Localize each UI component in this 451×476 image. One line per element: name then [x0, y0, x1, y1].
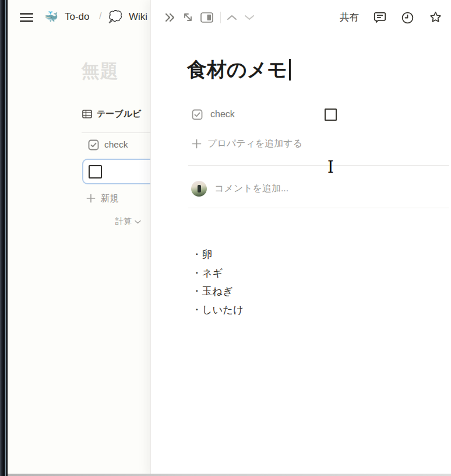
text-caret: [289, 59, 291, 80]
add-comment-input[interactable]: コメントを追加...: [191, 180, 288, 197]
device-frame-edge: [0, 0, 8, 476]
back-page-title-placeholder[interactable]: 無題: [82, 59, 119, 83]
table-column-header[interactable]: check: [88, 138, 128, 152]
window-bottom-edge: [8, 474, 451, 476]
divider: [188, 165, 449, 166]
table-grid-icon: [82, 109, 92, 119]
add-property-button[interactable]: プロパティを追加する: [192, 136, 302, 151]
star-icon[interactable]: [428, 10, 443, 24]
add-property-label: プロパティを追加する: [207, 138, 302, 150]
header-divider: [220, 12, 221, 23]
double-chevron-right-icon[interactable]: [164, 11, 177, 24]
body-line[interactable]: ・しいたけ: [192, 301, 244, 320]
new-row-label: 新規: [101, 192, 119, 205]
calculate-button[interactable]: 計算: [115, 215, 141, 228]
body-line[interactable]: ・玉ねぎ: [192, 282, 244, 301]
checkbox-check-icon: [88, 139, 99, 150]
breadcrumb-separator: /: [99, 11, 101, 22]
checkbox-check-icon: [192, 109, 203, 120]
breadcrumb-page1-emoji: 🐳: [44, 10, 58, 23]
comment-bubble-icon[interactable]: [372, 10, 387, 25]
clock-icon[interactable]: [400, 10, 415, 25]
table-view-label: テーブルビ: [97, 108, 141, 120]
page-body[interactable]: ・卵 ・ネギ ・玉ねぎ ・しいたけ: [192, 246, 244, 319]
breadcrumb-page2-emoji: 💭: [108, 10, 122, 23]
body-line[interactable]: ・卵: [192, 246, 244, 264]
side-peek-icon[interactable]: [200, 12, 213, 23]
row-checkbox[interactable]: [89, 165, 102, 178]
property-name-label: check: [210, 109, 235, 120]
column-header-label: check: [104, 139, 128, 150]
chevron-down-icon[interactable]: [243, 14, 256, 21]
property-check[interactable]: check: [192, 107, 235, 122]
hamburger-icon[interactable]: [20, 13, 33, 22]
chevron-down-icon: [135, 220, 141, 224]
divider: [188, 208, 449, 208]
plus-icon: [192, 139, 202, 149]
chevron-up-icon[interactable]: [225, 14, 238, 21]
comment-placeholder: コメントを追加...: [214, 183, 288, 195]
page-title-text: 食材のメモ: [187, 58, 287, 82]
breadcrumb-page2[interactable]: Wiki: [129, 10, 147, 23]
breadcrumb-page1[interactable]: To-do: [65, 10, 90, 23]
tab-table-view[interactable]: テーブルビ: [82, 107, 141, 120]
avatar: [191, 181, 207, 197]
page-title[interactable]: 食材のメモ: [187, 58, 291, 82]
property-value-checkbox[interactable]: [325, 108, 337, 121]
i-beam-cursor: I: [327, 158, 334, 176]
table-top-divider: [82, 132, 151, 133]
side-peek-panel: 共有 食材のメモ check: [150, 0, 451, 476]
diagonal-arrows-icon[interactable]: [182, 11, 194, 23]
calculate-label: 計算: [115, 216, 132, 227]
body-line[interactable]: ・ネギ: [192, 264, 244, 283]
plus-icon: [86, 194, 96, 203]
add-new-row-button[interactable]: 新規: [86, 191, 119, 205]
share-button[interactable]: 共有: [340, 11, 359, 24]
